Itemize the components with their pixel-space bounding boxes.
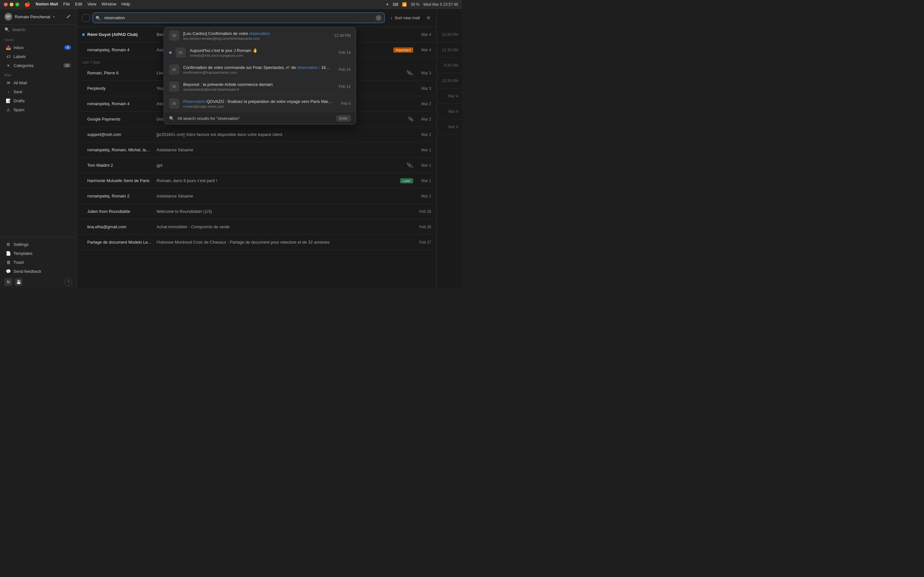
right-time-4: Mar 4	[437, 89, 462, 104]
sidebar-item-inbox[interactable]: 📥 Inbox 4	[1, 43, 75, 52]
main-content: 🔍 × ↕ Sort new mail ≡ ✉ [Lou Cantou] Con…	[77, 9, 436, 288]
email-subject-11: Welcome to Roundtable! (1/3)	[152, 209, 416, 214]
search-input[interactable]	[92, 13, 384, 23]
dropdown-item-1[interactable]: ✉ Aujourd'hui c'est le jour J Romain 🤚 n…	[164, 44, 356, 61]
sidebar-item-settings[interactable]: ⚙ Settings	[1, 240, 75, 249]
labels-icon: 🏷	[6, 54, 11, 59]
menu-apple[interactable]: 🍎	[24, 2, 31, 7]
sidebar-item-feedback-label: Send feedback	[13, 269, 71, 274]
allmail-icon: ✉	[6, 80, 11, 85]
email-meta-8: 📎2 Mar 1	[407, 163, 431, 168]
sidebar-item-templates[interactable]: 📄 Templates	[1, 249, 75, 258]
email-subject-8: gpt	[152, 163, 407, 168]
dropdown-all-results[interactable]: 🔍 All search results for "réservation" E…	[164, 112, 356, 124]
dropdown-subject-1: Aujourd'hui c'est le jour J Romain 🤚	[190, 48, 333, 53]
email-row-7[interactable]: romainpebq, Romain, Michel, lag... 7 Ass…	[77, 142, 436, 158]
email-time-0: Mar 4	[416, 32, 431, 37]
email-row-8[interactable]: Tom Maldini 2 gpt 📎2 Mar 1	[77, 158, 436, 173]
dropdown-item-0[interactable]: ✉ [Lou Cantou] Confirmation de votre rés…	[164, 27, 356, 44]
menu-window[interactable]: Window	[102, 2, 116, 7]
dropdown-item-2[interactable]: ✉ Confirmation de votre commande sur Fna…	[164, 61, 356, 78]
user-info[interactable]: RP Romain Penchenat ▾	[5, 13, 55, 21]
email-row-11[interactable]: Julien from Roundtable Welcome to Roundt…	[77, 204, 436, 219]
sidebar-item-allmail[interactable]: ✉ All Mail	[1, 78, 75, 87]
email-row-12[interactable]: tina.elha@gmail.com Achat immobilier - C…	[77, 219, 436, 235]
mail-icon-3: ✉	[169, 81, 179, 92]
menu-help[interactable]: Help	[121, 2, 130, 7]
dropdown-item-content-3: Beyoncé : la prévente Artiste commence d…	[183, 82, 333, 91]
menu-view[interactable]: View	[87, 2, 96, 7]
sidebar-item-sent[interactable]: ↑ Sent	[1, 87, 75, 96]
notion-icon[interactable]: N	[5, 278, 12, 286]
email-time-6: Mar 2	[416, 132, 431, 137]
highlight-4: Réservation	[183, 99, 205, 104]
right-time-1: 11:10 AM	[437, 42, 462, 58]
sidebar-item-inbox-label: Inbox	[13, 45, 62, 50]
menu-edit[interactable]: Edit	[75, 2, 82, 7]
important-badge-1: Important	[393, 47, 413, 53]
sort-label: Sort new mail	[395, 15, 420, 20]
email-meta-0: Mar 4	[416, 32, 431, 37]
dropdown-from-1: noreply@info.sncf-voyageurs.com	[190, 53, 333, 57]
email-time-10: Mar 1	[416, 194, 431, 198]
select-all-checkbox[interactable]	[82, 14, 90, 22]
right-time-2: 8:20 AM	[437, 58, 462, 73]
email-sender-7: romainpebq, Romain, Michel, lag... 7	[87, 147, 152, 152]
email-sender-4: romainpebq, Romain 4	[87, 101, 152, 106]
email-time-12: Feb 28	[416, 225, 431, 229]
search-clear-button[interactable]: ×	[376, 15, 381, 21]
inbox-count: 4	[65, 45, 71, 50]
compose-button[interactable]	[65, 13, 72, 21]
fullscreen-button[interactable]	[15, 3, 19, 6]
dropdown-time-1: Feb 14	[339, 50, 351, 55]
sort-icon: ↕	[391, 15, 393, 20]
sidebar-item-sent-label: Sent	[13, 89, 71, 94]
help-icon[interactable]: ?	[65, 278, 72, 286]
email-subject-6: [pr201841-ovh] Votre facture est disponi…	[152, 132, 416, 137]
mail-icon-0: ✉	[169, 31, 179, 41]
sidebar-item-labels-label: Labels	[13, 54, 71, 59]
minimize-button[interactable]	[10, 3, 13, 6]
sidebar-bottom: ⚙ Settings 📄 Templates 🗑 Trash 💬 Send fe…	[0, 237, 77, 288]
email-sender-13: Partage de document Modelo Le...	[87, 240, 152, 245]
close-button[interactable]	[4, 3, 8, 6]
email-row-9[interactable]: Harmonie Mutuelle Semi de Paris Romain, …	[77, 173, 436, 189]
filter-menu-button[interactable]: ≡	[426, 14, 431, 22]
dropdown-item-4[interactable]: ✉ Réservation QGVAZG : finalisez la prép…	[164, 95, 356, 112]
attach-icon-5: 📎	[408, 117, 413, 121]
email-row-10[interactable]: romainpebq, Romain 2 Assistance Sésame M…	[77, 189, 436, 204]
templates-icon: 📄	[6, 251, 11, 256]
right-time-3: 12:28 AM	[437, 73, 462, 89]
spam-icon: ⚠	[6, 107, 11, 112]
sidebar-search[interactable]: 🔍 Search	[0, 25, 77, 35]
dropdown-time-0: 12:48 PM	[334, 33, 351, 38]
email-row-6[interactable]: support@ovh.com [pr201841-ovh] Votre fac…	[77, 127, 436, 142]
dropdown-subject-4: Réservation QGVAZG : finalisez la prépar…	[183, 99, 334, 104]
sidebar-item-categories[interactable]: ≡ Categories 10	[1, 61, 75, 70]
sidebar-item-spam[interactable]: ⚠ Spam	[1, 105, 75, 114]
email-sender-2: Romain, Pierre 6	[87, 71, 152, 75]
sidebar-item-labels[interactable]: 🏷 Labels	[1, 52, 75, 61]
trash-icon: 🗑	[6, 259, 11, 265]
sidebar-item-drafts[interactable]: 📝 Drafts	[1, 96, 75, 105]
email-time-11: Feb 28	[416, 210, 431, 214]
dropdown-item-3[interactable]: ✉ Beyoncé : la prévente Artiste commence…	[164, 78, 356, 95]
dropdown-time-2: Feb 14	[339, 67, 351, 72]
sidebar-item-settings-label: Settings	[13, 242, 71, 247]
sidebar-item-trash[interactable]: 🗑 Trash	[1, 258, 75, 267]
drafts-icon: 📝	[6, 98, 11, 103]
sort-button[interactable]: ↕ Sort new mail	[387, 13, 423, 22]
search-icon: 🔍	[5, 27, 10, 32]
highlight-2: réservation	[297, 65, 318, 70]
right-time-6: Mar 4	[437, 119, 462, 135]
search-small-icon: 🔍	[169, 116, 174, 121]
email-row-13[interactable]: Partage de document Modelo Le... l'Adres…	[77, 235, 436, 250]
mail-icon-1: ✉	[176, 47, 186, 58]
highlight-0: réservation	[249, 31, 270, 36]
sidebar-item-feedback[interactable]: 💬 Send feedback	[1, 267, 75, 276]
email-subject-13: l'Adresse Montreuil Croix de Chavaux : P…	[152, 240, 416, 245]
save-icon[interactable]: 💾	[15, 278, 23, 286]
menu-notionmail[interactable]: Notion Mail	[36, 2, 58, 7]
search-bar-container: 🔍 ×	[92, 13, 384, 23]
menu-file[interactable]: File	[63, 2, 70, 7]
